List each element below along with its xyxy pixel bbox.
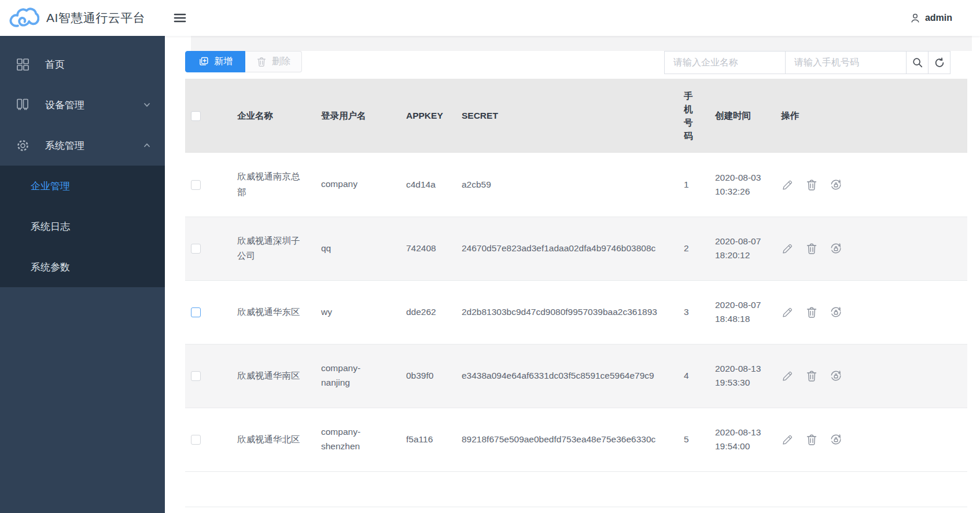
edit-button[interactable] [781,306,794,318]
chevron-down-icon [143,101,151,109]
row-actions [781,306,961,318]
search-group [664,51,950,74]
reset-password-button[interactable] [830,369,842,382]
logo-area: AI智慧通行云平台 [0,6,165,30]
row-actions [781,369,961,382]
row-checkbox[interactable] [191,371,201,381]
gear-icon [15,139,30,152]
phone-cell: 2 [684,243,689,253]
sidebar-item-enterprise[interactable]: 企业管理 [0,166,165,206]
row-actions [781,433,961,446]
table-body: 欣威视通南京总部 company c4d14a a2cb59 1 2020-08… [185,153,967,471]
username-cell: qq [321,241,331,256]
appkey-cell: 742408 [406,243,436,253]
created-time-cell: 2020-08-07 18:20:12 [715,234,761,262]
column-header-actions: 操作 [775,79,967,153]
cloud-logo-icon [8,6,39,30]
row-checkbox[interactable] [191,180,201,190]
add-button-label: 新增 [214,56,233,68]
username-cell: company-nanjing [321,361,376,390]
user-menu[interactable]: admin [909,12,952,24]
lock-refresh-icon [830,242,842,255]
device-icon [15,98,30,112]
top-bar: AI智慧通行云平台 admin [0,0,980,36]
lock-refresh-icon [830,433,842,446]
phone-cell: 3 [684,307,689,317]
sidebar-item-system[interactable]: 系统管理 [0,125,165,166]
delete-row-button[interactable] [806,433,817,446]
secret-cell: 24670d57e823ad3ef1adaa02dfa4b9746b03808c [462,243,655,253]
sidebar-item-system-params[interactable]: 系统参数 [0,247,165,287]
sidebar-item-label: 系统管理 [45,139,84,152]
trash-icon [806,433,817,446]
search-icon [912,57,923,68]
row-actions [781,242,961,255]
toolbar: 新增 [185,51,967,74]
delete-button[interactable]: 删除 [245,51,302,72]
add-button[interactable]: 新增 [185,51,245,72]
company-name-cell: 欣威视通深圳子公司 [237,233,305,264]
company-name-cell: 欣威视通华东区 [237,305,300,320]
column-header-phone: 手机号码 [684,89,694,143]
secret-cell: a2cb59 [462,179,491,189]
table-row: 欣威视通华东区 wy dde262 2d2b81303bc9d47cd9080f… [185,280,967,344]
row-checkbox[interactable] [191,435,201,445]
appkey-cell: 0b39f0 [406,371,433,380]
reset-password-button[interactable] [830,306,842,318]
username-cell: company [321,177,358,192]
trash-icon [806,242,817,255]
table-row: 欣威视通深圳子公司 qq 742408 24670d57e823ad3ef1ad… [185,217,967,280]
user-icon [909,12,921,24]
secret-cell: e3438a094e64af6331dc03f5c8591ce5964e79c9 [462,371,654,380]
refresh-button[interactable] [928,51,950,74]
table-row: 欣威视通南京总部 company c4d14a a2cb59 1 2020-08… [185,153,967,217]
main-area: 新增 [165,36,980,513]
appkey-cell: c4d14a [406,179,436,189]
phone-search-input[interactable] [785,51,907,74]
table-row: 欣威视通华北区 company-shenzhen f5a116 89218f67… [185,408,967,471]
delete-button-label: 删除 [272,56,290,68]
sidebar-item-devices[interactable]: 设备管理 [0,85,165,125]
reset-password-button[interactable] [830,433,842,446]
select-all-checkbox[interactable] [191,111,201,121]
search-button[interactable] [906,51,929,74]
phone-cell: 5 [684,434,689,444]
content-card: 新增 [165,51,980,513]
reset-password-button[interactable] [830,178,842,191]
edit-button[interactable] [781,178,794,191]
delete-row-button[interactable] [806,306,817,318]
pencil-icon [781,306,794,318]
enterprise-table: 企业名称 登录用户名 APPKEY SECRET 手机号码 创建时间 操作 欣威… [185,79,967,472]
company-name-cell: 欣威视通华北区 [237,432,300,447]
column-header-secret: SECRET [456,79,678,153]
reset-password-button[interactable] [830,242,842,255]
delete-row-button[interactable] [806,369,817,382]
row-checkbox[interactable] [191,307,201,317]
chevron-up-icon [143,141,151,149]
row-checkbox[interactable] [191,244,201,254]
hamburger-menu-icon[interactable] [171,10,189,25]
lock-refresh-icon [830,369,842,382]
top-strip [191,36,972,51]
table-header-row: 企业名称 登录用户名 APPKEY SECRET 手机号码 创建时间 操作 [185,79,967,153]
submenu-item-label: 企业管理 [31,179,70,193]
username-cell: company-shenzhen [321,425,376,454]
sidebar-item-system-log[interactable]: 系统日志 [0,206,165,247]
company-search-input[interactable] [664,51,786,74]
app-window: AI智慧通行云平台 admin [0,0,980,513]
sidebar-item-label: 首页 [45,58,65,71]
pencil-icon [781,242,794,255]
table-row: 欣威视通华南区 company-nanjing 0b39f0 e3438a094… [185,344,967,408]
app-title: AI智慧通行云平台 [46,10,145,26]
edit-button[interactable] [781,369,794,382]
edit-button[interactable] [781,433,794,446]
secret-cell: 89218f675e509ae0bedfd753ea48e75e36e6330c [462,434,655,444]
sidebar-item-home[interactable]: 首页 [0,44,165,85]
delete-row-button[interactable] [806,178,817,191]
phone-cell: 1 [684,179,689,189]
delete-row-button[interactable] [806,242,817,255]
pencil-icon [781,369,794,382]
edit-button[interactable] [781,242,794,255]
pencil-icon [781,433,794,446]
lock-refresh-icon [830,178,842,191]
